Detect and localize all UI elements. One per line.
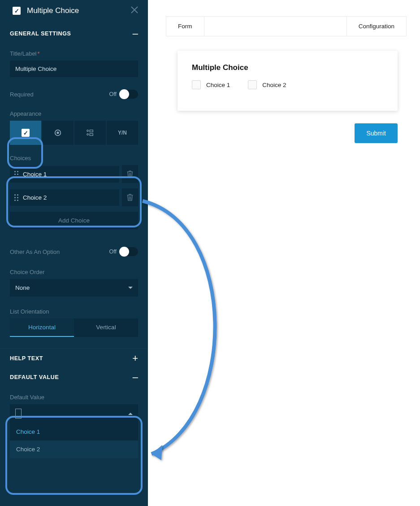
submit-button[interactable]: Submit	[355, 123, 398, 143]
close-icon[interactable]	[129, 5, 139, 15]
toggle-state: Off	[109, 249, 117, 255]
svg-rect-3	[90, 130, 93, 132]
choice-input[interactable]: Choice 2	[10, 189, 119, 206]
default-value-label: Default Value	[10, 394, 138, 401]
question-title: Multiple Choice	[192, 63, 383, 72]
toggle-track	[119, 90, 138, 99]
preview-choice-option[interactable]: Choice 2	[248, 80, 286, 89]
dropdown-option[interactable]: Choice 2	[10, 441, 138, 458]
collapse-icon: –	[133, 31, 138, 37]
other-option-toggle[interactable]: Off	[109, 247, 138, 256]
toggle-track	[119, 247, 138, 256]
section-label: GENERAL SETTINGS	[10, 31, 71, 37]
title-label: Title/Label*	[10, 50, 138, 57]
choice-text: Choice 2	[23, 194, 47, 201]
tab-bar: Form Configuration	[166, 16, 407, 36]
title-input[interactable]	[10, 61, 138, 77]
orientation-segmented: Horizontal Vertical	[10, 318, 138, 337]
default-value-select[interactable]	[10, 404, 138, 423]
svg-point-1	[56, 131, 59, 134]
radio-icon	[54, 129, 62, 137]
dropdown-option[interactable]: Choice 1	[10, 423, 138, 441]
image-grid-icon	[86, 129, 94, 137]
trash-icon	[127, 170, 133, 178]
section-label: DEFAULT VALUE	[10, 374, 59, 380]
yn-label: Y/N	[118, 130, 127, 136]
sidebar-title: Multiple Choice	[27, 6, 79, 15]
choice-input[interactable]: Choice 1	[10, 166, 119, 183]
toggle-state: Off	[109, 91, 117, 97]
choices-label: Choices	[10, 155, 138, 161]
chevron-down-icon	[128, 287, 133, 289]
orientation-horizontal[interactable]: Horizontal	[10, 318, 74, 337]
choice-list: Choice 1Choice 2	[10, 165, 138, 206]
tab-configuration[interactable]: Configuration	[346, 17, 406, 36]
select-value: None	[15, 284, 30, 291]
choice-order-label: Choice Order	[10, 269, 138, 275]
collapse-icon: –	[133, 374, 138, 380]
tab-form[interactable]: Form	[166, 17, 204, 36]
appearance-checkbox[interactable]: ✓	[10, 121, 41, 145]
section-header-default[interactable]: DEFAULT VALUE –	[0, 368, 148, 387]
preview-choice-option[interactable]: Choice 1	[192, 80, 230, 89]
required-asterisk: *	[38, 50, 40, 57]
section-body-default: Default Value Choice 1 Choice 2	[0, 387, 148, 470]
delete-choice-button[interactable]	[122, 165, 138, 183]
other-option-row: Other As An Option Off	[10, 247, 138, 256]
checkbox-icon: ✓	[22, 129, 30, 137]
appearance-yesno[interactable]: Y/N	[107, 121, 138, 145]
other-option-label: Other As An Option	[10, 249, 60, 255]
choice-row: Choice 1	[10, 165, 138, 183]
appearance-label: Appearance	[10, 110, 138, 117]
toggle-knob	[119, 89, 129, 99]
preview-choice-row: Choice 1Choice 2	[192, 80, 383, 89]
choice-text: Choice 1	[23, 171, 47, 178]
sidebar-header: ✓ Multiple Choice	[0, 0, 148, 24]
required-label: Required	[10, 91, 34, 98]
section-header-help[interactable]: HELP TEXT +	[0, 349, 148, 368]
required-toggle[interactable]: Off	[109, 90, 138, 99]
checkbox-icon	[248, 80, 257, 89]
choice-label: Choice 1	[206, 82, 230, 88]
required-row: Required Off	[10, 90, 138, 99]
section-body-general: Title/Label* Required Off Appearance ✓	[0, 43, 148, 349]
delete-choice-button[interactable]	[122, 188, 138, 206]
orientation-vertical[interactable]: Vertical	[74, 318, 138, 337]
appearance-options: ✓ Y/N	[10, 121, 138, 145]
choice-row: Choice 2	[10, 188, 138, 206]
add-choice-button[interactable]: Add Choice	[10, 212, 138, 229]
choice-order-select[interactable]: None	[10, 279, 138, 297]
multiple-choice-icon: ✓	[13, 7, 21, 15]
drag-handle-icon[interactable]	[14, 171, 18, 178]
checkbox-icon	[192, 80, 201, 89]
preview-area: Form Configuration Multiple Choice Choic…	[148, 0, 420, 506]
settings-sidebar: ✓ Multiple Choice GENERAL SETTINGS – Tit…	[0, 0, 148, 506]
text-cursor	[15, 409, 22, 419]
tab-spacer	[204, 17, 346, 36]
chevron-up-icon	[128, 413, 133, 415]
svg-rect-5	[90, 134, 93, 136]
appearance-image-grid[interactable]	[74, 121, 106, 145]
form-preview-card: Multiple Choice Choice 1Choice 2	[178, 51, 398, 111]
trash-icon	[127, 194, 133, 201]
appearance-radio[interactable]	[42, 121, 74, 145]
toggle-knob	[119, 247, 129, 257]
drag-handle-icon[interactable]	[14, 194, 18, 201]
expand-icon: +	[132, 355, 138, 362]
section-header-general[interactable]: GENERAL SETTINGS –	[0, 24, 148, 43]
default-value-dropdown: Choice 1 Choice 2	[10, 423, 138, 458]
choice-label: Choice 2	[262, 82, 286, 88]
orientation-label: List Orientation	[10, 308, 138, 315]
svg-point-2	[87, 130, 89, 132]
section-label: HELP TEXT	[10, 355, 43, 362]
svg-point-4	[87, 134, 89, 135]
